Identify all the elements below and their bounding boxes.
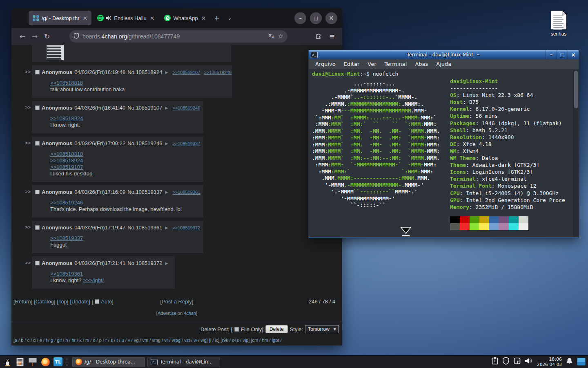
- post-menu-arrow-icon[interactable]: ▶: [164, 261, 169, 265]
- workspace-switcher[interactable]: [577, 358, 586, 366]
- tab-close-icon[interactable]: ×: [200, 15, 207, 21]
- new-tab-button[interactable]: +: [210, 14, 223, 22]
- file-only-checkbox[interactable]: [234, 327, 239, 332]
- quote-link[interactable]: >>108518924: [50, 157, 83, 164]
- post-number[interactable]: No.108518924: [127, 69, 162, 75]
- tab-close-icon[interactable]: ×: [149, 15, 156, 21]
- taskbar-window-firefox[interactable]: /g/ - Desktop threa...: [72, 357, 145, 367]
- post-menu-arrow-icon[interactable]: ▶: [164, 190, 169, 194]
- post-menu-arrow-icon[interactable]: ▶: [164, 141, 169, 146]
- menu-ajuda[interactable]: Ajuda: [432, 60, 455, 68]
- volume-tray-icon[interactable]: [525, 357, 533, 366]
- terminal-minimize-button[interactable]: –: [546, 50, 557, 59]
- quote-link[interactable]: >>108518818: [50, 151, 83, 157]
- backlink[interactable]: >>108519246: [204, 70, 232, 75]
- menu-abas[interactable]: Abas: [411, 60, 432, 68]
- post-checkbox[interactable]: [35, 225, 40, 230]
- post-menu-arrow-icon[interactable]: ▶: [164, 70, 169, 74]
- board-list[interactable]: [a / b / c / d / e / f / g / gif / h / h…: [11, 338, 342, 343]
- window-maximize-button[interactable]: □: [310, 12, 322, 24]
- post-number[interactable]: No.108519337: [127, 189, 162, 195]
- post-number[interactable]: No.108519361: [127, 224, 162, 231]
- post-checkbox[interactable]: [35, 261, 40, 265]
- clock[interactable]: 18:06 2026-04-03: [537, 357, 562, 367]
- menu-arquivo[interactable]: Arquivo: [311, 60, 340, 68]
- terminal-maximize-button[interactable]: □: [557, 50, 568, 59]
- delete-button[interactable]: Delete: [265, 325, 288, 333]
- post-number[interactable]: No.108519246: [127, 140, 162, 146]
- auto-checkbox[interactable]: [95, 299, 99, 304]
- tab-g[interactable]: /g/ - Desktop thr×: [29, 11, 91, 25]
- terminal-icon: >_: [311, 52, 318, 58]
- backlink[interactable]: >>108519246: [172, 105, 200, 110]
- post-reply-link[interactable]: [Post a Reply]: [160, 298, 194, 305]
- quote-link[interactable]: >>108518818: [50, 80, 83, 86]
- presentation-launcher-icon[interactable]: ···: [28, 357, 38, 367]
- tab-spotify[interactable]: Endless Hallu×: [93, 11, 158, 25]
- tab-list-button[interactable]: ⌄: [224, 15, 236, 21]
- terminal-body[interactable]: davi@Linux-Mint:~$ neofetch ...-:::::-..…: [309, 69, 579, 238]
- catalog-link[interactable]: [Catalog]: [34, 298, 55, 305]
- backlink[interactable]: >>108519361: [172, 190, 200, 195]
- post-checkbox[interactable]: [35, 105, 40, 110]
- bookmark-star-icon[interactable]: ☆: [278, 33, 283, 40]
- clipboard-alert-tray-icon[interactable]: [492, 357, 498, 366]
- quote-link[interactable]: >>108519107: [50, 164, 83, 171]
- quote-link[interactable]: >>108518924: [50, 115, 83, 122]
- scrollbar-thumb[interactable]: [574, 71, 578, 108]
- extensions-puzzle-icon[interactable]: [315, 32, 322, 40]
- taskbar: ··· TL /g/ - Desktop threa...>_Terminal …: [0, 355, 588, 368]
- backlink[interactable]: >>108519107: [172, 70, 200, 75]
- tab-close-icon[interactable]: ×: [82, 15, 88, 21]
- menu-editar[interactable]: Editar: [340, 60, 364, 68]
- quote-link[interactable]: >>108519246: [50, 200, 83, 206]
- window-resize-edge[interactable]: [309, 238, 579, 238]
- style-select[interactable]: Tomorrow▼: [305, 325, 339, 333]
- tab-whatsapp[interactable]: WhatsApp×: [160, 11, 210, 25]
- top-link[interactable]: [Top]: [57, 298, 68, 305]
- quote-link[interactable]: >>108519361: [50, 271, 83, 277]
- desktop-icon-senhas[interactable]: senhas: [546, 11, 571, 37]
- post-checkbox[interactable]: [35, 141, 40, 146]
- notification-bell-icon[interactable]: [566, 357, 573, 366]
- window-close-button[interactable]: ×: [325, 12, 337, 24]
- terminal-scrollbar[interactable]: [573, 70, 578, 237]
- backlink[interactable]: >>108519372: [172, 225, 200, 230]
- window-minimize-button[interactable]: –: [294, 12, 306, 24]
- url-bar[interactable]: boards.4chan.org/g/thread/108477749 A ☆: [69, 30, 287, 43]
- menu-tux-icon[interactable]: [2, 357, 12, 367]
- menu-terminal[interactable]: Terminal: [381, 60, 411, 68]
- menu-ver[interactable]: Ver: [363, 60, 380, 68]
- info-label: Theme: [450, 162, 466, 168]
- taskbar-window-terminal[interactable]: >_Terminal - davi@Lin...: [147, 357, 220, 367]
- quote-link[interactable]: >>108519337: [50, 235, 83, 242]
- advertise-link[interactable]: [Advertise on 4chan]: [11, 311, 342, 316]
- return-link[interactable]: [Return]: [13, 298, 32, 305]
- reload-button[interactable]: ↻: [41, 32, 53, 40]
- info-label: Packages: [450, 120, 476, 126]
- post-menu-arrow-icon[interactable]: ▶: [164, 106, 169, 110]
- calculator-launcher-icon[interactable]: [15, 357, 25, 367]
- back-button[interactable]: ←: [16, 32, 29, 40]
- post-number[interactable]: No.108519107: [127, 105, 162, 111]
- terminal-titlebar[interactable]: >_ Terminal - davi@Linux-Mint: ~ – □ ×: [309, 50, 579, 59]
- info-row: Uptime: 56 mins: [450, 112, 573, 119]
- translate-icon[interactable]: A: [268, 33, 275, 40]
- terminal-close-button[interactable]: ×: [568, 50, 579, 59]
- forward-button[interactable]: →: [29, 32, 41, 40]
- post-thumbnail-image[interactable]: [47, 45, 64, 60]
- post-checkbox[interactable]: [35, 70, 40, 74]
- tab-audio-icon[interactable]: [106, 16, 111, 20]
- shield-tray-icon[interactable]: [502, 357, 510, 366]
- post-checkbox[interactable]: [35, 190, 40, 194]
- clipman-tray-icon[interactable]: [514, 357, 521, 366]
- post-number[interactable]: No.108519372: [127, 260, 162, 266]
- palette-swatch: [509, 223, 519, 230]
- hamburger-menu-icon[interactable]: ≡: [329, 32, 335, 40]
- firefox-launcher-icon[interactable]: [40, 357, 50, 367]
- backlink[interactable]: >>108519337: [172, 141, 200, 146]
- tlauncher-icon[interactable]: TL: [53, 357, 63, 367]
- crossboard-link[interactable]: >>>/lgbt/: [83, 277, 104, 284]
- post-menu-arrow-icon[interactable]: ▶: [164, 226, 169, 230]
- update-link[interactable]: [Update]: [70, 298, 90, 305]
